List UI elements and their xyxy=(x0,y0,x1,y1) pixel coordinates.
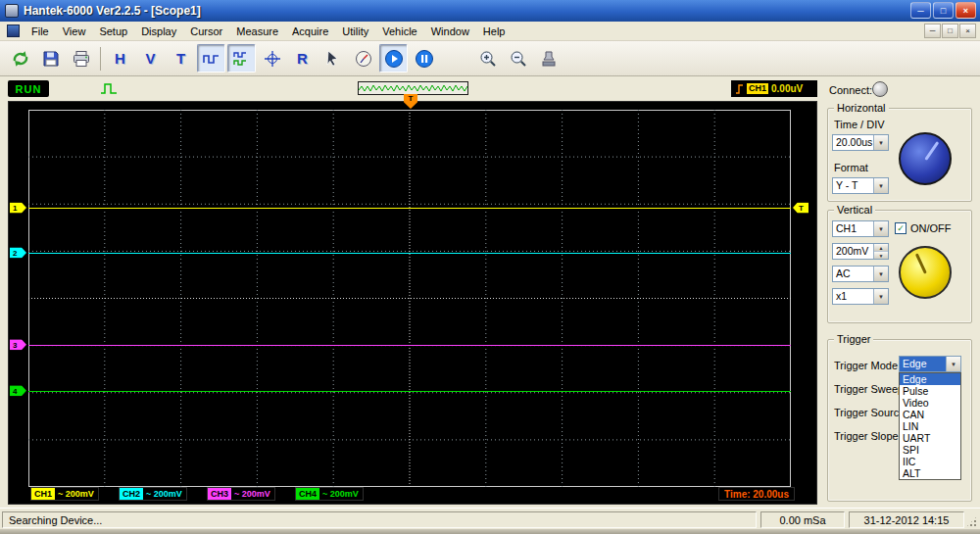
reference-button[interactable]: R xyxy=(288,44,317,73)
menu-item-cursor[interactable]: Cursor xyxy=(183,24,229,39)
trigger-mode-option-spi[interactable]: SPI xyxy=(900,444,960,456)
menu-item-help[interactable]: Help xyxy=(476,24,513,39)
trigger-mode-value: Edge xyxy=(900,357,946,371)
vertical-panel-button[interactable]: V xyxy=(136,44,165,73)
ch2-badge[interactable]: CH2 ~ 200mV xyxy=(119,487,187,501)
ch3-badge[interactable]: CH3 ~ 200mV xyxy=(207,487,275,501)
ch1-badge[interactable]: CH1 ~ 200mV xyxy=(30,487,99,501)
channel-select[interactable]: CH1 ▼ xyxy=(832,220,889,237)
menu-item-file[interactable]: File xyxy=(24,24,56,39)
menu-item-measure[interactable]: Measure xyxy=(229,24,285,39)
trigger-mode-option-alt[interactable]: ALT xyxy=(900,467,960,479)
ch4-badge-label: CH4 xyxy=(296,488,319,500)
chevron-down-icon[interactable]: ▼ xyxy=(873,289,888,304)
menu-item-view[interactable]: View xyxy=(56,24,93,39)
stamp-icon xyxy=(539,49,559,69)
spinner-up-icon[interactable]: ▲ xyxy=(874,244,888,252)
menu-item-acquire[interactable]: Acquire xyxy=(285,24,335,39)
trigger-mode-option-video[interactable]: Video xyxy=(900,397,960,409)
connect-indicator[interactable] xyxy=(872,81,888,97)
channel-value: CH1 xyxy=(833,221,873,236)
trigger-source-label: Trigger Source xyxy=(834,407,905,418)
time-div-select[interactable]: 20.00us ▼ xyxy=(832,134,889,151)
print-button[interactable] xyxy=(67,44,95,73)
trigger-mode-option-uart[interactable]: UART xyxy=(900,432,960,444)
coupling-value: AC xyxy=(833,267,873,281)
trigger-mode-option-iic[interactable]: IIC xyxy=(900,456,960,467)
trigger-mode-dropdown: Edge Pulse Video CAN LIN UART SPI IIC AL… xyxy=(899,372,961,480)
trigger-panel-button[interactable]: T xyxy=(167,44,195,73)
ch3-marker[interactable]: 3 xyxy=(10,339,26,350)
waveform-mode-button[interactable] xyxy=(197,44,225,73)
trigger-mode-option-pulse[interactable]: Pulse xyxy=(900,385,960,397)
trigger-level-marker[interactable]: T xyxy=(793,203,808,214)
trigger-mode-option-lin[interactable]: LIN xyxy=(900,420,960,432)
xy-mode-button[interactable] xyxy=(258,44,286,73)
menu-item-window[interactable]: Window xyxy=(424,24,476,39)
mdi-restore-button[interactable]: □ xyxy=(942,24,958,38)
record-preview-strip[interactable] xyxy=(358,81,468,95)
coupling-select[interactable]: AC ▼ xyxy=(832,266,889,282)
window-bottom-edge xyxy=(0,529,980,534)
pause-button[interactable] xyxy=(410,44,438,73)
mdi-close-button[interactable]: × xyxy=(959,24,976,38)
trigger-level-value: 0.00uV xyxy=(771,83,803,94)
zoom-in-icon xyxy=(478,49,498,69)
resize-grip[interactable] xyxy=(965,515,978,528)
menu-bar: File View Setup Display Cursor Measure A… xyxy=(0,22,980,41)
menu-item-utility[interactable]: Utility xyxy=(335,24,375,39)
menu-item-vehicle[interactable]: Vehicle xyxy=(375,24,423,39)
pulse-icon xyxy=(100,81,120,96)
horizontal-panel-button[interactable]: H xyxy=(106,44,134,73)
self-calibration-button[interactable] xyxy=(534,44,563,73)
measure-button[interactable] xyxy=(349,44,377,73)
trigger-mode-option-edge[interactable]: Edge xyxy=(900,373,960,385)
chevron-down-icon[interactable]: ▼ xyxy=(873,135,888,150)
maximize-button[interactable]: □ xyxy=(933,2,954,19)
minimize-button[interactable]: ─ xyxy=(910,2,931,19)
trigger-mode-select[interactable]: Edge ▼ xyxy=(899,356,961,372)
refresh-button[interactable] xyxy=(6,44,34,73)
format-label: Format xyxy=(834,162,868,173)
zoom-in-button[interactable] xyxy=(473,44,502,73)
volts-div-spinner[interactable]: 200mV ▲ ▼ xyxy=(832,243,889,260)
menu-item-setup[interactable]: Setup xyxy=(92,24,134,39)
horizontal-group-legend: Horizontal xyxy=(834,102,889,114)
ch4-marker[interactable]: 4 xyxy=(10,385,26,396)
maximize-icon: □ xyxy=(941,6,946,16)
trigger-mode-option-can[interactable]: CAN xyxy=(900,409,960,420)
probe-select[interactable]: x1 ▼ xyxy=(832,288,889,305)
save-button[interactable] xyxy=(36,44,65,73)
measure-gauge-icon xyxy=(354,49,373,69)
ch1-badge-volts: ~ 200mV xyxy=(58,489,94,499)
mdi-minimize-icon: ─ xyxy=(930,26,936,35)
ch2-marker[interactable]: 2 xyxy=(10,247,26,258)
app-window: Hantek-6000 Ver2.2.5 - [Scope1] ─ □ × Fi… xyxy=(0,0,980,534)
chevron-down-icon[interactable]: ▼ xyxy=(873,267,888,281)
ch1-marker[interactable]: 1 xyxy=(10,203,26,214)
run-button[interactable] xyxy=(379,44,408,73)
chevron-down-icon[interactable]: ▼ xyxy=(946,357,960,371)
ch4-badge[interactable]: CH4 ~ 200mV xyxy=(295,487,364,501)
edge-trigger-icon xyxy=(735,83,744,95)
dual-waveform-button[interactable] xyxy=(227,44,256,73)
mdi-minimize-button[interactable]: ─ xyxy=(924,24,941,38)
graticule: 1 2 3 4 T xyxy=(28,110,791,487)
vertical-knob[interactable] xyxy=(899,246,952,299)
volts-div-value: 200mV xyxy=(833,244,873,259)
channel-onoff-checkbox[interactable]: ✓ xyxy=(895,222,906,234)
chevron-down-icon[interactable]: ▼ xyxy=(873,178,888,193)
cursor-tool-button[interactable] xyxy=(318,44,347,73)
status-message-panel: Searching Device... xyxy=(2,511,757,528)
close-button[interactable]: × xyxy=(956,2,976,19)
format-select[interactable]: Y - T ▼ xyxy=(832,177,889,194)
menu-item-display[interactable]: Display xyxy=(134,24,183,39)
horizontal-knob[interactable] xyxy=(899,132,952,185)
zoom-out-button[interactable] xyxy=(504,44,532,73)
timebase-value: Time: 20.00us xyxy=(724,489,789,500)
spinner-down-icon[interactable]: ▼ xyxy=(874,252,888,259)
pulse-indicator xyxy=(100,81,120,98)
crosshair-icon xyxy=(263,49,282,69)
chevron-down-icon[interactable]: ▼ xyxy=(873,221,888,236)
ch3-badge-label: CH3 xyxy=(208,488,231,500)
